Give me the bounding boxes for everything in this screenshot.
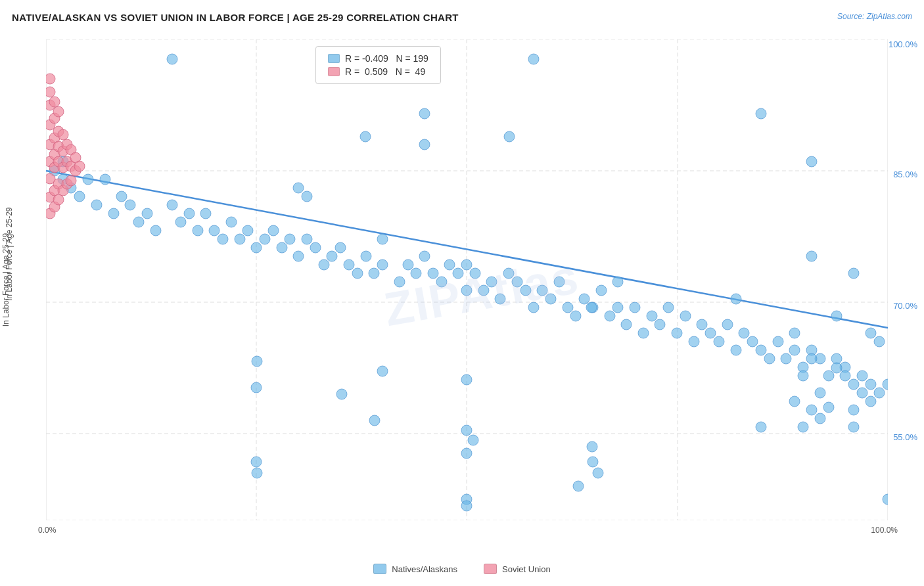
svg-point-83 xyxy=(638,328,649,338)
legend-pink-r: R = 0.509 N = 49 xyxy=(345,66,425,77)
svg-point-25 xyxy=(167,200,177,210)
svg-point-159 xyxy=(883,494,888,505)
svg-point-85 xyxy=(655,319,665,330)
svg-point-195 xyxy=(66,175,76,186)
svg-point-126 xyxy=(336,389,347,399)
legend-blue-r: R = -0.409 N = 199 xyxy=(345,53,428,64)
y-tick-55: 55.0% xyxy=(893,432,917,442)
svg-point-50 xyxy=(377,259,388,270)
y-tick-100: 100.0% xyxy=(889,39,917,49)
svg-point-67 xyxy=(512,277,522,287)
svg-point-29 xyxy=(200,208,211,219)
svg-point-68 xyxy=(520,285,531,296)
natives-swatch xyxy=(373,564,386,574)
svg-point-156 xyxy=(848,422,859,432)
svg-point-169 xyxy=(46,87,55,97)
svg-point-153 xyxy=(806,405,817,415)
svg-point-128 xyxy=(468,435,478,445)
svg-point-45 xyxy=(335,242,346,253)
svg-point-129 xyxy=(461,448,472,459)
svg-point-15 xyxy=(74,191,85,202)
svg-point-57 xyxy=(436,277,447,287)
svg-point-117 xyxy=(806,156,817,167)
blue-swatch xyxy=(328,54,340,63)
svg-point-93 xyxy=(722,319,733,330)
svg-point-46 xyxy=(344,259,354,270)
svg-point-73 xyxy=(563,302,573,313)
svg-point-37 xyxy=(268,225,279,236)
svg-point-43 xyxy=(319,259,329,270)
svg-point-157 xyxy=(798,422,808,432)
svg-point-75 xyxy=(579,294,589,304)
svg-point-144 xyxy=(806,353,817,364)
svg-point-52 xyxy=(394,277,405,287)
svg-point-53 xyxy=(403,259,413,270)
svg-point-89 xyxy=(689,336,699,347)
svg-point-66 xyxy=(503,268,514,279)
svg-point-41 xyxy=(302,234,312,244)
svg-point-120 xyxy=(419,108,430,119)
svg-point-137 xyxy=(252,356,262,367)
svg-point-36 xyxy=(260,234,270,244)
svg-point-42 xyxy=(310,242,321,253)
legend-item-pink: R = 0.509 N = 49 xyxy=(328,66,428,77)
svg-point-99 xyxy=(773,336,783,347)
svg-point-80 xyxy=(612,277,623,287)
svg-point-141 xyxy=(831,311,842,321)
svg-point-105 xyxy=(823,371,834,381)
svg-point-33 xyxy=(235,234,245,244)
y-tick-85: 85.0% xyxy=(893,169,917,179)
svg-point-47 xyxy=(352,268,363,279)
pink-swatch xyxy=(328,67,340,76)
svg-point-100 xyxy=(781,353,791,364)
svg-point-58 xyxy=(444,259,455,270)
svg-point-44 xyxy=(327,251,337,261)
svg-point-86 xyxy=(663,302,674,313)
svg-point-49 xyxy=(369,268,379,279)
svg-point-124 xyxy=(586,302,597,313)
soviet-swatch xyxy=(484,564,497,574)
svg-point-150 xyxy=(789,396,800,407)
svg-point-140 xyxy=(789,328,800,338)
svg-point-115 xyxy=(528,54,539,64)
svg-point-22 xyxy=(133,217,144,227)
x-tick-100: 100.0% xyxy=(871,526,898,535)
svg-point-18 xyxy=(100,174,110,185)
legend-box: R = -0.409 N = 199 R = 0.509 N = 49 xyxy=(315,46,441,84)
svg-point-122 xyxy=(302,191,312,202)
svg-point-82 xyxy=(630,302,640,313)
svg-point-134 xyxy=(377,366,388,376)
chart-container: NATIVE/ALASKAN VS SOVIET UNION IN LABOR … xyxy=(0,0,924,586)
svg-point-185 xyxy=(53,194,64,205)
svg-point-64 xyxy=(486,277,497,287)
svg-point-84 xyxy=(647,311,657,321)
svg-point-121 xyxy=(293,183,304,193)
svg-point-92 xyxy=(714,336,724,347)
svg-point-108 xyxy=(848,379,859,390)
svg-point-149 xyxy=(857,388,867,398)
svg-point-69 xyxy=(528,302,539,313)
svg-point-114 xyxy=(504,131,515,142)
svg-point-35 xyxy=(251,242,262,253)
svg-point-70 xyxy=(537,285,547,296)
svg-point-17 xyxy=(91,200,102,210)
svg-point-109 xyxy=(857,371,867,381)
svg-point-133 xyxy=(573,481,584,491)
legend-item-blue: R = -0.409 N = 199 xyxy=(328,53,428,64)
svg-point-27 xyxy=(184,208,195,219)
svg-point-78 xyxy=(605,311,615,321)
svg-point-119 xyxy=(419,139,430,150)
svg-point-116 xyxy=(756,108,766,119)
svg-point-20 xyxy=(116,191,127,202)
svg-point-146 xyxy=(798,371,808,381)
svg-point-39 xyxy=(285,234,295,244)
svg-point-79 xyxy=(612,302,623,313)
svg-point-56 xyxy=(428,268,438,279)
svg-point-113 xyxy=(167,54,177,64)
svg-point-54 xyxy=(411,268,421,279)
svg-point-81 xyxy=(621,319,632,330)
svg-point-87 xyxy=(672,328,682,338)
svg-point-138 xyxy=(806,251,817,261)
svg-point-131 xyxy=(588,457,598,467)
svg-point-101 xyxy=(789,345,800,355)
